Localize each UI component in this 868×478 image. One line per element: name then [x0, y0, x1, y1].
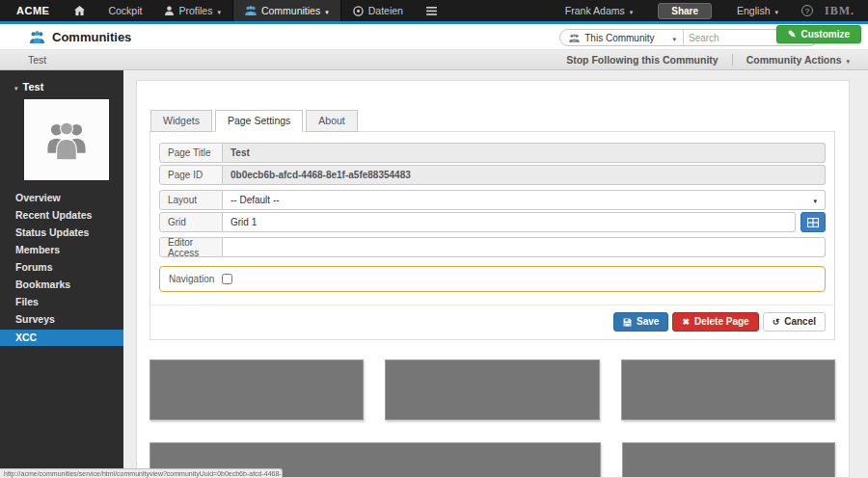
sidebar-item-forums[interactable]: Forums — [0, 260, 123, 275]
search-scope-selector[interactable]: This Community ▾ — [560, 30, 684, 45]
customize-button[interactable]: ✎ Customize — [776, 25, 861, 43]
browser-status-bar: http://acme/communities/service/html/com… — [0, 468, 283, 478]
delete-page-button[interactable]: ✖ Delete Page — [672, 312, 758, 332]
sidebar-item-recent-updates[interactable]: Recent Updates — [0, 208, 123, 223]
grid-input[interactable]: Grid 1 — [223, 212, 796, 232]
undo-icon: ↺ — [773, 318, 780, 327]
communities-icon — [30, 31, 44, 43]
person-icon — [165, 6, 174, 15]
page-title-value: Test — [223, 143, 826, 163]
nav-dateien[interactable]: Dateien — [341, 0, 415, 21]
home-icon — [74, 6, 85, 15]
navigation-checkbox[interactable] — [222, 274, 232, 284]
sidebar-menu: Overview Recent Updates Status Updates M… — [0, 191, 123, 346]
editor-access-row: Editor Access — [159, 237, 826, 257]
hamburger-icon — [426, 7, 437, 15]
dateien-icon — [353, 6, 364, 16]
grid-label: Grid — [159, 212, 223, 232]
chevron-down-icon: ▾ — [813, 198, 817, 204]
grid-cell — [149, 359, 364, 420]
sidebar-item-members[interactable]: Members — [0, 243, 123, 257]
grid-cell — [385, 359, 599, 420]
community-name-toggle[interactable]: ▾ Test — [0, 70, 123, 93]
page-settings-form: Page Title Test Page ID 0b0ecb6b-afcd-44… — [149, 131, 835, 340]
apps-menu-button[interactable] — [415, 0, 448, 21]
community-toolbar: Test Stop Following this Community Commu… — [0, 49, 868, 70]
community-toolbar-actions: Stop Following this Community Community … — [553, 54, 852, 66]
navigation-label: Navigation — [169, 274, 214, 284]
community-image — [24, 99, 109, 180]
chevron-down-icon: ▾ — [217, 9, 221, 15]
tab-widgets[interactable]: Widgets — [150, 110, 212, 132]
grid-row: Grid Grid 1 — [159, 212, 826, 232]
page-title-row: Page Title Test — [159, 143, 826, 163]
form-actions: Save ✖ Delete Page ↺ Cancel — [150, 305, 834, 339]
tab-page-settings[interactable]: Page Settings — [215, 110, 303, 132]
grid-preview-row-1 — [149, 359, 835, 420]
main-content: Widgets Page Settings About Page Title T… — [123, 70, 868, 478]
nav-communities[interactable]: Communities ▾ — [232, 0, 341, 21]
chevron-down-icon: ▾ — [846, 58, 850, 65]
user-menu[interactable]: Frank Adams ▾ — [554, 5, 644, 16]
editor-access-input[interactable] — [231, 242, 817, 252]
pencil-icon: ✎ — [788, 29, 796, 40]
page-id-value: 0b0ecb6b-afcd-4468-8e1f-a5fe88354483 — [223, 165, 826, 185]
top-navigation-bar: ACME Cockpit Profiles ▾ Communities ▾ Da… — [0, 0, 868, 21]
stop-following-link[interactable]: Stop Following this Community — [553, 54, 732, 66]
grid-layout-preview — [149, 359, 835, 478]
tab-about[interactable]: About — [306, 110, 357, 132]
community-sidebar: ▾ Test Overview Recent Updates Status Up… — [0, 70, 123, 478]
sidebar-item-overview[interactable]: Overview — [0, 191, 123, 205]
grid-icon — [807, 218, 819, 227]
grid-picker-button[interactable] — [800, 212, 826, 232]
layout-select[interactable]: -- Default -- ▾ — [223, 190, 826, 210]
app-header: Communities This Community ▾ ✎ Customize — [0, 24, 868, 49]
delete-icon: ✖ — [682, 318, 690, 327]
page-title: Communities — [52, 30, 131, 44]
grid-cell — [622, 442, 835, 478]
navigation-row: Navigation — [159, 266, 826, 292]
nav-cockpit[interactable]: Cockpit — [96, 0, 153, 21]
share-button[interactable]: Share — [658, 3, 712, 19]
save-button[interactable]: Save — [613, 312, 668, 332]
breadcrumb: Test — [28, 54, 46, 66]
page-id-label: Page ID — [159, 165, 223, 185]
layout-label: Layout — [159, 190, 223, 210]
sidebar-item-files[interactable]: Files — [0, 295, 123, 309]
chevron-down-icon: ▾ — [14, 85, 18, 92]
content-panel: Widgets Page Settings About Page Title T… — [136, 80, 850, 478]
layout-row: Layout -- Default -- ▾ — [159, 190, 826, 210]
community-actions-menu[interactable]: Community Actions ▾ — [733, 54, 852, 66]
editor-access-field — [223, 237, 826, 257]
page-id-row: Page ID 0b0ecb6b-afcd-4468-8e1f-a5fe8835… — [159, 165, 826, 185]
nav-profiles[interactable]: Profiles ▾ — [153, 0, 232, 21]
language-menu[interactable]: English ▾ — [725, 5, 790, 16]
home-button[interactable] — [63, 0, 96, 21]
tab-bar: Widgets Page Settings About — [149, 110, 835, 131]
sidebar-item-bookmarks[interactable]: Bookmarks — [0, 278, 123, 292]
chevron-down-icon: ▾ — [672, 36, 676, 42]
chevron-down-icon: ▾ — [325, 9, 329, 15]
help-icon[interactable]: ? — [801, 5, 813, 16]
group-people-icon — [44, 120, 89, 160]
communities-icon — [569, 34, 580, 42]
ibm-logo: IBM. — [825, 4, 854, 18]
page-title-label: Page Title — [159, 143, 223, 163]
communities-icon — [245, 6, 257, 15]
acme-logo[interactable]: ACME — [0, 0, 63, 21]
editor-access-label: Editor Access — [159, 237, 223, 257]
grid-cell — [621, 359, 835, 420]
sidebar-item-xcc[interactable]: XCC — [0, 330, 123, 346]
chevron-down-icon: ▾ — [774, 9, 778, 15]
sidebar-item-surveys[interactable]: Surveys — [0, 312, 123, 327]
sidebar-item-status-updates[interactable]: Status Updates — [0, 226, 123, 240]
topbar-right: Frank Adams ▾ Share English ▾ ? IBM. — [554, 0, 868, 21]
save-icon — [623, 318, 632, 327]
chevron-down-icon: ▾ — [630, 9, 634, 15]
cancel-button[interactable]: ↺ Cancel — [763, 312, 826, 332]
